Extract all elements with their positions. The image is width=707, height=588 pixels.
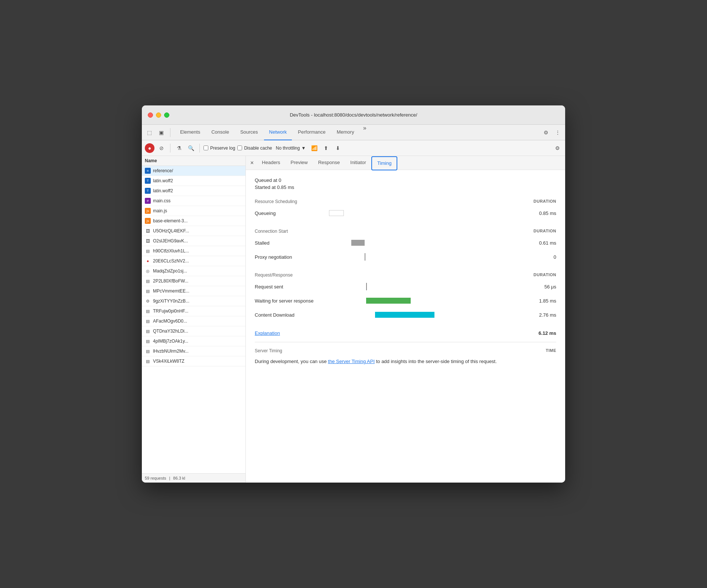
- bar-area: [322, 311, 527, 318]
- timing-row: Queueing 0.85 ms: [255, 208, 556, 218]
- preserve-log-label: Preserve log: [210, 146, 235, 151]
- file-name: 4pIMBj7zOAk1y...: [153, 339, 188, 344]
- bar-area: [322, 209, 527, 217]
- server-timing-api-link[interactable]: the Server Timing API: [328, 359, 375, 364]
- maximize-button[interactable]: [164, 112, 169, 118]
- devtools-window: DevTools - localhost:8080/docs/devtools/…: [142, 105, 565, 483]
- list-item[interactable]: ◎ MadqZslZpo1sj...: [142, 266, 245, 276]
- tab-response[interactable]: Response: [313, 156, 345, 170]
- row-duration: 0: [527, 254, 556, 260]
- file-name: main.js: [153, 208, 167, 213]
- throttle-dropdown[interactable]: No throttling ▼: [274, 145, 307, 151]
- settings-icon[interactable]: ⚙: [541, 128, 550, 137]
- list-item[interactable]: T latin.woff2: [142, 176, 245, 186]
- file-name: reference/: [153, 168, 173, 173]
- row-label: Waiting for server response: [255, 298, 322, 304]
- list-item[interactable]: T latin.woff2: [142, 186, 245, 196]
- list-item[interactable]: 🖼 O2slJEHG9avK...: [142, 236, 245, 246]
- list-item[interactable]: js main.js: [142, 206, 245, 216]
- right-panel: × Headers Preview Response Initiator Tim…: [246, 156, 565, 483]
- row-duration: 56 μs: [527, 284, 556, 290]
- list-item[interactable]: ▤ 2P2L80XfBoFW...: [142, 276, 245, 286]
- img-icon: 🖼: [145, 228, 151, 234]
- clear-button[interactable]: ⊘: [157, 143, 166, 153]
- devtools-icon-group: ⬚ ▣: [145, 128, 170, 137]
- section-title: Request/Response: [255, 272, 293, 278]
- list-item[interactable]: ▤ MPcVmmemtEE...: [142, 286, 245, 296]
- tab-console[interactable]: Console: [206, 125, 234, 140]
- list-item[interactable]: ▤ AFacMOgv6D0...: [142, 316, 245, 326]
- preserve-log-checkbox[interactable]: Preserve log: [203, 146, 235, 151]
- download-bar: [375, 312, 434, 318]
- more-tabs-button[interactable]: »: [360, 125, 369, 140]
- tab-headers[interactable]: Headers: [257, 156, 285, 170]
- list-item[interactable]: ≡ reference/: [142, 166, 245, 176]
- list-item[interactable]: # main.css: [142, 196, 245, 206]
- panel-close-button[interactable]: ×: [247, 160, 257, 166]
- tab-elements[interactable]: Elements: [175, 125, 205, 140]
- list-item[interactable]: ▤ 4pIMBj7zOAk1y...: [142, 336, 245, 346]
- disable-cache-checkbox[interactable]: Disable cache: [237, 146, 272, 151]
- timing-row: Stalled 0.61 ms: [255, 238, 556, 248]
- resource-scheduling-section: Resource Scheduling DURATION Queueing 0.…: [255, 199, 556, 218]
- list-item[interactable]: ▤ QTDnaY32hLDi...: [142, 326, 245, 336]
- tab-timing[interactable]: Timing: [371, 156, 398, 170]
- timing-row: Proxy negotiation 0: [255, 252, 556, 262]
- list-item[interactable]: ▤ h90CtfziXluvh1L...: [142, 246, 245, 256]
- network-settings-icon[interactable]: ⚙: [553, 143, 562, 153]
- stalled-bar: [351, 240, 365, 246]
- search-icon[interactable]: 🔍: [186, 143, 196, 153]
- server-timing-desc: During development, you can use the Serv…: [255, 358, 556, 365]
- request-count: 59 requests: [145, 476, 166, 480]
- cursor-icon[interactable]: ⬚: [145, 128, 154, 137]
- disable-cache-input[interactable]: [237, 146, 242, 150]
- row-duration: 2.76 ms: [527, 312, 556, 318]
- throttle-value: No throttling: [276, 146, 300, 151]
- throttle-arrow: ▼: [301, 146, 306, 151]
- preserve-log-input[interactable]: [203, 146, 208, 150]
- more-options-icon[interactable]: ⋮: [553, 128, 562, 137]
- minimize-button[interactable]: [156, 112, 161, 118]
- list-item[interactable]: ● 20E6CLcSzNV2...: [142, 256, 245, 266]
- server-timing-col: TIME: [546, 348, 556, 353]
- record-button[interactable]: ●: [145, 143, 154, 153]
- close-button[interactable]: [148, 112, 153, 118]
- list-item[interactable]: 🖼 U5OHzQL4tEKF...: [142, 226, 245, 236]
- file-icon: ▤: [145, 348, 151, 354]
- request-bar-container: [366, 283, 367, 290]
- file-name: lHvzbNUlrm2Mv...: [153, 349, 189, 354]
- download-icon[interactable]: ⬇: [333, 143, 343, 153]
- tab-preview[interactable]: Preview: [285, 156, 313, 170]
- tab-performance[interactable]: Performance: [293, 125, 330, 140]
- download-bar-container: [375, 312, 434, 318]
- list-item[interactable]: ⚙ 9gzXiTYY0nZzB...: [142, 296, 245, 306]
- panel-tabs: × Headers Preview Response Initiator Tim…: [246, 156, 565, 170]
- wifi-icon[interactable]: 📶: [309, 143, 319, 153]
- file-list: ≡ reference/ T latin.woff2 T latin.woff2…: [142, 166, 245, 473]
- toolbar-sep-2: [199, 144, 200, 153]
- list-item[interactable]: ▤ VSk4XiLkW8TZ: [142, 356, 245, 366]
- connection-start-section: Connection Start DURATION Stalled 0.61 m…: [255, 229, 556, 262]
- file-icon: ▤: [145, 278, 151, 284]
- tab-initiator[interactable]: Initiator: [345, 156, 371, 170]
- list-item[interactable]: ▤ TRFujw0pi0nHF...: [142, 306, 245, 316]
- tab-sources[interactable]: Sources: [235, 125, 263, 140]
- tab-memory[interactable]: Memory: [332, 125, 359, 140]
- toolbar-sep-1: [170, 144, 170, 153]
- file-name: U5OHzQL4tEKF...: [153, 228, 189, 233]
- explanation-link[interactable]: Explanation: [255, 330, 280, 336]
- filter-icon[interactable]: ⚗: [174, 143, 184, 153]
- footer-separator: |: [169, 476, 170, 480]
- list-item[interactable]: ▤ lHvzbNUlrm2Mv...: [142, 346, 245, 356]
- list-item[interactable]: js base-element-3...: [142, 216, 245, 226]
- window-title: DevTools - localhost:8080/docs/devtools/…: [290, 112, 417, 118]
- tab-network[interactable]: Network: [264, 125, 292, 140]
- device-icon[interactable]: ▣: [157, 128, 166, 137]
- upload-icon[interactable]: ⬆: [321, 143, 331, 153]
- waiting-bar: [366, 298, 411, 304]
- file-name: AFacMOgv6D0...: [153, 318, 187, 324]
- file-icon: ▤: [145, 318, 151, 324]
- traffic-lights: [148, 112, 169, 118]
- request-response-section: Request/Response DURATION Request sent 5…: [255, 272, 556, 320]
- started-at: Started at 0.85 ms: [255, 184, 556, 190]
